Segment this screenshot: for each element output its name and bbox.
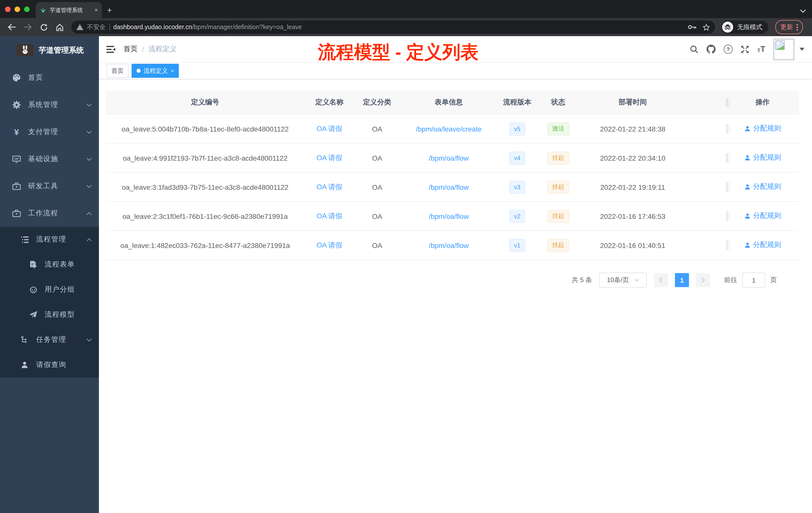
- avatar-caret-icon[interactable]: [800, 48, 805, 51]
- back-button[interactable]: [5, 21, 18, 34]
- col-header: 表单信息: [400, 98, 498, 107]
- sidebar-item-infrastructure[interactable]: 基础设施: [0, 146, 99, 173]
- window-minimize-button[interactable]: [14, 6, 20, 12]
- table-row: oa_leave:5:004b710b-7b8a-11ec-8ef0-acde4…: [106, 115, 799, 144]
- assign-rule-button[interactable]: 分配规则: [744, 212, 781, 221]
- sidebar-item-process-form[interactable]: 流程表单: [0, 252, 99, 277]
- assign-rule-button[interactable]: 分配规则: [744, 124, 781, 133]
- sidebar-item-leave-query[interactable]: 请假查询: [0, 352, 99, 378]
- browser-toolbar: 不安全 dashboard.yudao.iocoder.cn/bpm/manag…: [0, 18, 812, 36]
- yen-icon: ¥: [12, 127, 21, 137]
- forward-button[interactable]: [21, 21, 34, 34]
- reload-button[interactable]: [37, 21, 50, 34]
- definition-name-link[interactable]: OA 请假: [317, 153, 343, 161]
- briefcase-icon: [12, 209, 21, 218]
- tab-close-icon[interactable]: ×: [94, 7, 98, 13]
- pagination-total: 共 5 条: [572, 276, 592, 284]
- assign-rule-button[interactable]: 分配规则: [744, 153, 781, 162]
- browser-update-button[interactable]: 更新: [775, 20, 803, 34]
- tag-close-icon[interactable]: ×: [171, 68, 174, 74]
- new-tab-button[interactable]: +: [107, 6, 112, 14]
- bookmark-star-icon[interactable]: [702, 23, 710, 31]
- definition-category: OA: [354, 125, 400, 133]
- col-header: 定义分类: [354, 98, 400, 107]
- sidebar-item-task-management[interactable]: 任务管理: [0, 327, 99, 352]
- table-row: oa_leave:3:1fad3d93-7b75-11ec-a3c8-acde4…: [106, 173, 799, 202]
- sidebar-item-user-group[interactable]: 用户分组: [0, 277, 99, 302]
- github-icon[interactable]: [706, 45, 716, 54]
- version-tag: v4: [509, 151, 525, 164]
- sidebar-item-process-management[interactable]: 流程管理: [0, 227, 99, 252]
- table-row: oa_leave:4:991f2193-7b7f-11ec-a3c8-acde4…: [106, 144, 799, 173]
- sidebar-fold-icon[interactable]: [107, 46, 116, 53]
- status-tag: 挂起: [547, 239, 569, 252]
- address-bar[interactable]: 不安全 dashboard.yudao.iocoder.cn/bpm/manag…: [71, 21, 715, 34]
- page-number-button[interactable]: 1: [675, 273, 689, 287]
- goto-page-input[interactable]: [742, 273, 765, 288]
- sidebar-item-workflow[interactable]: 工作流程: [0, 200, 99, 227]
- dashboard-icon: [12, 73, 21, 82]
- assign-rule-button[interactable]: 分配规则: [744, 182, 781, 191]
- form-link[interactable]: /bpm/oa/flow: [429, 212, 469, 220]
- sidebar-item-label: 流程模型: [45, 310, 92, 319]
- form-link[interactable]: /bpm/oa/flow: [429, 154, 469, 162]
- page-size-select[interactable]: 10条/页: [599, 273, 647, 288]
- tab-search-chevron-icon[interactable]: [800, 9, 806, 13]
- org-tree-icon: [20, 335, 29, 344]
- paper-plane-icon: [29, 310, 38, 319]
- definition-id: oa_leave:5:004b710b-7b8a-11ec-8ef0-acde4…: [106, 125, 304, 133]
- prev-page-button[interactable]: [654, 273, 668, 287]
- app-logo: [17, 44, 34, 56]
- definition-name-link[interactable]: OA 请假: [317, 182, 343, 190]
- next-page-button[interactable]: [696, 273, 710, 287]
- browser-menu-kebab-icon[interactable]: [796, 24, 798, 30]
- definition-category: OA: [354, 212, 400, 220]
- sidebar: 芋道管理系统 首页 系统管理 ¥ 支付管理: [0, 36, 99, 513]
- sidebar-item-payment[interactable]: ¥ 支付管理: [0, 118, 99, 146]
- tag-home[interactable]: 首页: [107, 64, 128, 78]
- incognito-label: 无痕模式: [737, 23, 762, 31]
- sidebar-item-label: 流程表单: [45, 260, 92, 269]
- browser-tab-strip: 芋道管理系统 × +: [0, 0, 812, 18]
- form-link[interactable]: /bpm/oa/flow: [429, 183, 469, 191]
- col-header: 状态: [537, 98, 580, 107]
- password-key-icon[interactable]: [688, 25, 696, 30]
- definition-name-link[interactable]: OA 请假: [317, 241, 343, 249]
- breadcrumb-home[interactable]: 首页: [123, 45, 138, 54]
- deploy-time: 2022-01-16 01:40:51: [580, 241, 686, 249]
- form-link[interactable]: /bpm/oa/flow: [429, 241, 469, 249]
- url-host: dashboard.yudao.iocoder.cn: [113, 24, 192, 31]
- assign-rule-label: 分配规则: [753, 153, 781, 162]
- status-tag: 挂起: [547, 210, 569, 222]
- deploy-time: 2022-01-22 20:34:10: [580, 154, 686, 162]
- home-button[interactable]: [53, 21, 66, 34]
- sidebar-item-home[interactable]: 首页: [0, 64, 99, 91]
- form-link[interactable]: /bpm/oa/leave/create: [416, 125, 482, 133]
- search-icon[interactable]: [690, 45, 698, 54]
- security-label[interactable]: 不安全: [87, 23, 106, 31]
- sidebar-item-devtools[interactable]: 研发工具: [0, 173, 99, 200]
- sidebar-logo-row[interactable]: 芋道管理系统: [0, 36, 99, 64]
- font-size-icon[interactable]: TT: [757, 45, 765, 53]
- tag-label: 首页: [112, 66, 123, 75]
- tag-process-definition[interactable]: 流程定义 ×: [132, 64, 179, 78]
- assign-rule-button[interactable]: 分配规则: [744, 241, 781, 250]
- fullscreen-icon[interactable]: [741, 45, 749, 54]
- definition-id: oa_leave:3:1fad3d93-7b75-11ec-a3c8-acde4…: [106, 183, 304, 191]
- definition-name-link[interactable]: OA 请假: [317, 212, 343, 220]
- definition-name-link[interactable]: OA 请假: [317, 124, 343, 132]
- sidebar-item-system[interactable]: 系统管理: [0, 91, 99, 118]
- window-zoom-button[interactable]: [24, 6, 30, 12]
- table-row: oa_leave:2:3c1f0ef1-76b1-11ec-9c66-a2380…: [106, 202, 799, 231]
- window-close-button[interactable]: [5, 6, 10, 12]
- sidebar-item-process-model[interactable]: 流程模型: [0, 302, 99, 327]
- screen: 芋道管理系统 × + 不安全 dashboard.yudao.iocoder.c…: [0, 0, 812, 513]
- help-icon[interactable]: ?: [724, 45, 733, 54]
- goto-label: 前往: [724, 276, 737, 284]
- user-avatar[interactable]: [773, 38, 794, 60]
- sidebar-item-label: 系统管理: [28, 100, 79, 110]
- browser-tab[interactable]: 芋道管理系统 ×: [36, 2, 102, 18]
- col-header: 定义编号: [106, 98, 304, 107]
- security-warning-icon[interactable]: [76, 24, 83, 30]
- url-text[interactable]: dashboard.yudao.iocoder.cn/bpm/manager/d…: [113, 24, 685, 31]
